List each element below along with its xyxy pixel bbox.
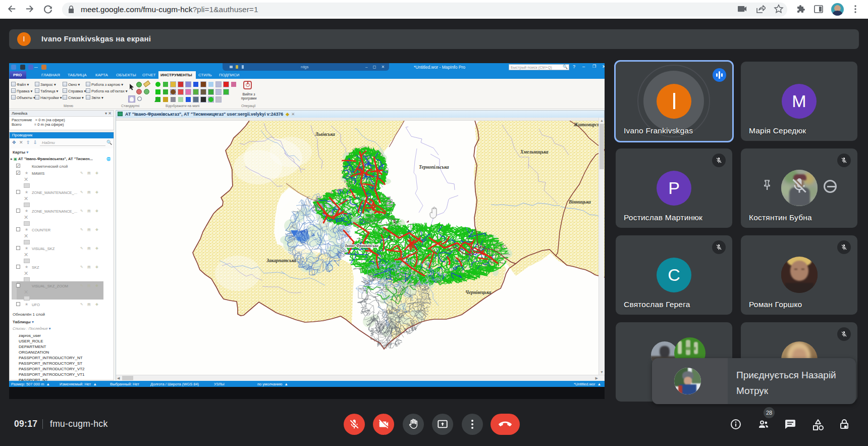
svg-text:Закарпатська: Закарпатська bbox=[266, 258, 296, 263]
svg-text:Чернівецька: Чернівецька bbox=[465, 290, 492, 295]
svg-text:Тернопільська: Тернопільська bbox=[419, 165, 449, 170]
svg-text:Хмельницька: Хмельницька bbox=[520, 150, 549, 155]
svg-text:Вінницька: Вінницька bbox=[568, 200, 591, 205]
svg-text:Львівська: Львівська bbox=[314, 132, 335, 137]
svg-text:Івано-Франківська: Івано-Франківська bbox=[345, 243, 378, 248]
